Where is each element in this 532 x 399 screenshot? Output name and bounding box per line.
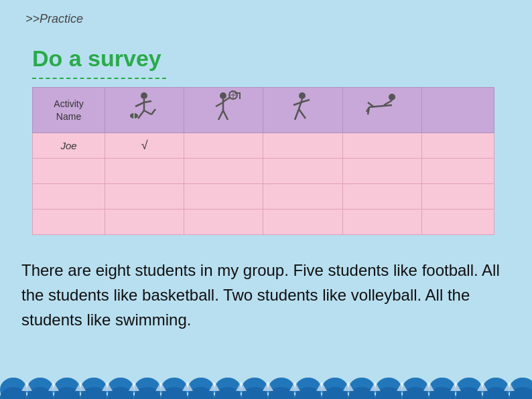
student2-football (105, 159, 184, 184)
student2-basketball (184, 159, 263, 184)
student-name-2 (33, 159, 105, 184)
student3-basketball (184, 184, 263, 210)
extra-header (421, 88, 494, 133)
svg-line-5 (144, 110, 151, 114)
swimming-header (342, 88, 421, 133)
svg-line-4 (138, 110, 144, 118)
student2-volleyball (263, 159, 342, 184)
svg-point-26 (389, 94, 395, 100)
student3-football (105, 184, 184, 210)
table-row (33, 159, 494, 184)
student2-swimming (342, 159, 421, 184)
svg-line-6 (151, 109, 155, 114)
svg-point-9 (220, 92, 226, 99)
student4-volleyball (263, 210, 342, 235)
svg-line-29 (368, 102, 373, 106)
svg-line-19 (223, 110, 228, 120)
joe-swimming (342, 133, 421, 159)
student4-football (105, 210, 184, 235)
student-name-4 (33, 210, 105, 235)
svg-line-2 (135, 102, 144, 106)
student2-extra (421, 159, 494, 184)
svg-rect-16 (235, 92, 240, 94)
svg-point-0 (141, 92, 147, 99)
survey-table-container: Activity Name (32, 87, 494, 235)
svg-line-25 (299, 109, 306, 118)
student-name-3 (33, 184, 105, 210)
summary-paragraph: There are eight students in my group. Fi… (21, 258, 511, 333)
student4-basketball (184, 210, 263, 235)
svg-point-20 (299, 92, 306, 99)
svg-line-12 (216, 102, 223, 106)
joe-basketball (184, 133, 263, 159)
table-row (33, 210, 494, 235)
basketball-header (184, 88, 263, 133)
svg-line-24 (295, 109, 299, 120)
joe-football: √ (105, 133, 184, 159)
wave-svg (0, 352, 532, 399)
survey-table: Activity Name (32, 87, 494, 235)
football-icon (126, 90, 163, 127)
joe-extra (421, 133, 494, 159)
title-underline (32, 78, 166, 79)
football-header (105, 88, 184, 133)
student4-extra (421, 210, 494, 235)
svg-line-3 (144, 101, 151, 102)
page-title: Do a survey (32, 46, 161, 72)
volleyball-icon (284, 90, 321, 127)
svg-line-18 (218, 110, 223, 120)
joe-volleyball (263, 133, 342, 159)
student3-extra (421, 184, 494, 210)
student4-swimming (342, 210, 421, 235)
svg-line-21 (299, 99, 302, 109)
table-header-row: Activity Name (33, 88, 494, 133)
table-row: Joe √ (33, 133, 494, 159)
student-name-joe: Joe (33, 133, 105, 159)
student3-swimming (342, 184, 421, 210)
volleyball-header (263, 88, 342, 133)
practice-label: >>Practice (25, 12, 83, 26)
basketball-icon (205, 90, 242, 127)
activity-name-header: Activity Name (33, 88, 105, 133)
table-row (33, 184, 494, 210)
wave-decoration (0, 352, 532, 399)
student3-volleyball (263, 184, 342, 210)
swimming-icon (364, 90, 401, 127)
